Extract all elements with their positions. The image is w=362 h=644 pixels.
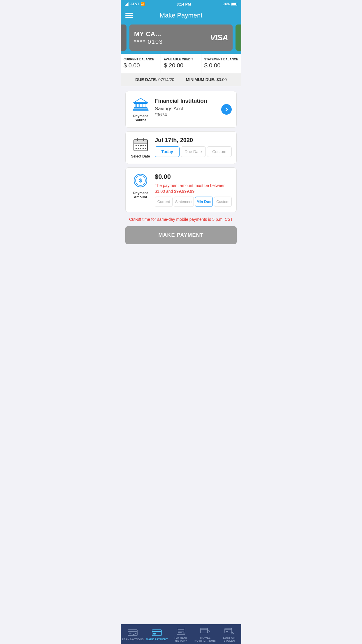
- payment-source-card: PaymentSource Financial Institution Savi…: [125, 91, 237, 128]
- payment-amount-label: PaymentAmount: [133, 191, 148, 199]
- svg-point-13: [136, 145, 137, 146]
- card-number: **** 0103: [134, 38, 163, 45]
- page-title: Make Payment: [160, 12, 203, 19]
- date-details: Jul 17th, 2020 Today Due Date Custom: [155, 137, 232, 157]
- main-content: PaymentSource Financial Institution Savi…: [121, 86, 241, 276]
- payment-source-icon-group: PaymentSource: [130, 97, 151, 122]
- due-date-label: DUE DATE:: [135, 77, 157, 82]
- header: Make Payment: [121, 8, 241, 24]
- minimum-due-value: $0.00: [217, 77, 227, 82]
- amount-details: $0.00 The payment amount must be between…: [155, 173, 232, 207]
- svg-point-20: [140, 148, 141, 149]
- date-option-today[interactable]: Today: [155, 146, 180, 157]
- date-icon-group: Select Date: [130, 137, 151, 158]
- payment-source-chevron-button[interactable]: [221, 104, 232, 115]
- statement-balance-label: STATEMENT BALANCE: [204, 58, 238, 61]
- battery-percent: 94%: [223, 2, 230, 6]
- amount-error: The payment amount must be between $1.00…: [155, 183, 232, 194]
- svg-point-22: [145, 148, 146, 149]
- svg-point-16: [143, 145, 144, 146]
- signal-icon: [125, 2, 129, 6]
- dollar-circle-icon: $: [133, 173, 148, 189]
- amount-option-custom[interactable]: Custom: [214, 197, 232, 207]
- date-options: Today Due Date Custom: [155, 146, 232, 157]
- account-type: Savings Acct: [155, 106, 217, 112]
- statement-balance-item: STATEMENT BALANCE $ 0.00: [201, 54, 241, 73]
- card-info: MY CA... **** 0103: [134, 30, 163, 45]
- svg-rect-2: [135, 104, 136, 108]
- visa-logo: VISA: [210, 33, 228, 42]
- card-name: MY CA...: [134, 30, 163, 38]
- card-side-right: [236, 24, 241, 51]
- amount-value: $0.00: [155, 173, 232, 181]
- cutoff-notice: Cut-off time for same-day mobile payment…: [125, 216, 237, 223]
- svg-rect-11: [137, 138, 138, 141]
- wifi-icon: 📶: [140, 2, 145, 6]
- svg-rect-5: [144, 104, 145, 108]
- payment-source-label: PaymentSource: [133, 114, 148, 122]
- due-date-info: DUE DATE: 07/14/20: [135, 77, 174, 82]
- amount-option-min-due[interactable]: Min Due: [195, 197, 213, 207]
- svg-point-17: [145, 145, 146, 146]
- svg-point-18: [136, 148, 137, 149]
- status-time: 3:14 PM: [177, 2, 191, 6]
- carrier-label: AT&T: [130, 2, 139, 6]
- current-balance-value: $ 0.00: [124, 62, 158, 69]
- svg-rect-8: [133, 110, 148, 111]
- statement-balance-value: $ 0.00: [204, 62, 238, 69]
- svg-point-19: [138, 148, 139, 149]
- svg-point-15: [140, 145, 142, 146]
- bank-icon: [133, 97, 149, 112]
- card-side-left: [121, 24, 126, 51]
- account-number: *9674: [155, 112, 217, 118]
- svg-rect-10: [134, 140, 147, 143]
- select-date-label: Select Date: [131, 154, 150, 158]
- svg-rect-4: [141, 104, 142, 108]
- svg-rect-3: [138, 104, 139, 108]
- current-balance-item: CURRENT BALANCE $ 0.00: [121, 54, 161, 73]
- svg-text:$: $: [139, 178, 142, 183]
- make-payment-button[interactable]: MAKE PAYMENT: [125, 226, 237, 244]
- due-date-bar: DUE DATE: 07/14/20 MINIMUM DUE: $0.00: [121, 73, 241, 86]
- svg-marker-6: [134, 98, 147, 102]
- select-date-card: Select Date Jul 17th, 2020 Today Due Dat…: [125, 131, 237, 164]
- available-credit-item: AVAILABLE CREDIT $ 20.00: [161, 54, 201, 73]
- selected-date: Jul 17th, 2020: [155, 137, 232, 144]
- available-credit-label: AVAILABLE CREDIT: [164, 58, 198, 61]
- status-bar: AT&T 📶 3:14 PM 94%: [121, 0, 241, 8]
- amount-option-current[interactable]: Current: [155, 197, 173, 207]
- date-option-due-date[interactable]: Due Date: [181, 146, 205, 157]
- payment-amount-card: $ PaymentAmount $0.00 The payment amount…: [125, 167, 237, 212]
- minimum-due-label: MINIMUM DUE:: [186, 77, 215, 82]
- amount-options: Current Statement Min Due Custom: [155, 197, 232, 207]
- current-balance-label: CURRENT BALANCE: [124, 58, 158, 61]
- svg-point-14: [138, 145, 139, 146]
- battery-icon: [231, 3, 237, 6]
- status-left: AT&T 📶: [125, 2, 145, 6]
- credit-card[interactable]: MY CA... **** 0103 VISA: [129, 24, 233, 51]
- minimum-due-info: MINIMUM DUE: $0.00: [186, 77, 227, 82]
- available-credit-value: $ 20.00: [164, 62, 198, 69]
- amount-option-statement[interactable]: Statement: [174, 197, 194, 207]
- due-date-value: 07/14/20: [158, 77, 174, 82]
- payment-source-details: Financial Institution Savings Acct *9674: [155, 97, 217, 118]
- menu-button[interactable]: [125, 13, 133, 18]
- institution-name: Financial Institution: [155, 98, 217, 104]
- calendar-icon: [133, 137, 149, 153]
- card-carousel: MY CA... **** 0103 VISA: [121, 24, 241, 54]
- status-right: 94%: [223, 2, 237, 6]
- date-option-custom[interactable]: Custom: [207, 146, 232, 157]
- svg-rect-12: [143, 138, 144, 141]
- amount-icon-group: $ PaymentAmount: [130, 173, 151, 199]
- svg-point-21: [143, 148, 144, 149]
- balance-bar: CURRENT BALANCE $ 0.00 AVAILABLE CREDIT …: [121, 54, 241, 73]
